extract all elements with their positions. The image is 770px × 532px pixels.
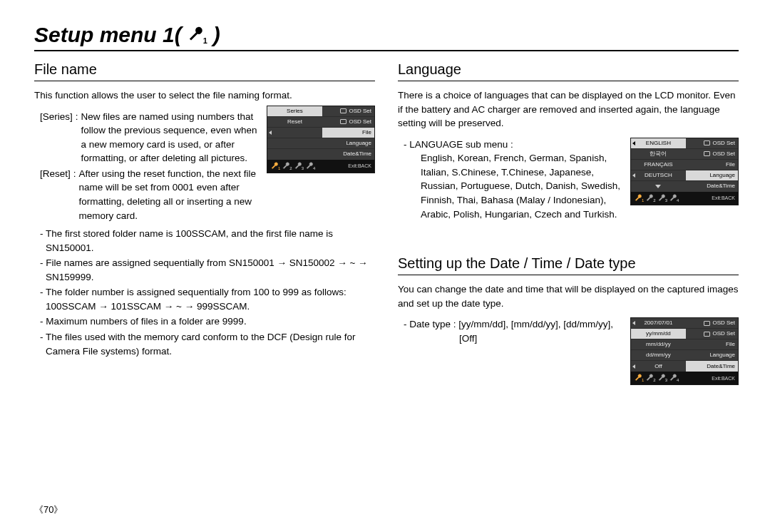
language-intro: There is a choice of languages that can …: [398, 88, 739, 131]
osd-left-item: [267, 128, 322, 138]
osd-right-item: OSD Set: [686, 329, 738, 339]
osd-right-label: Language: [709, 352, 735, 358]
manual-page: Setup menu 1( 1 ) File name This functio…: [0, 0, 770, 532]
osd-right-item: Date&Time: [686, 181, 738, 192]
title-text-suffix: ): [213, 23, 220, 47]
wrench-icon: 1: [270, 162, 280, 170]
wrench-icon: 1: [634, 194, 644, 203]
def-reset: [Reset] : After using the reset function…: [40, 167, 258, 222]
playback-icon: [703, 331, 710, 337]
wrench-icon: 1: [186, 26, 209, 44]
osd-right-label: File: [726, 162, 735, 168]
wrench-icon: 3: [294, 162, 304, 170]
camera-icon: [339, 108, 346, 114]
osd-exit-label: Exit:BACK: [712, 195, 735, 200]
osd-right-label: OSD Set: [712, 151, 735, 157]
osd-screen: ENGLISH한국어FRANÇAISDEUTSCH OSD SetOSD Set…: [630, 138, 739, 205]
osd-exit-label: Exit:BACK: [348, 163, 371, 168]
osd-left-item: dd/mm/yy: [631, 350, 686, 361]
osd-left-item: FRANÇAIS: [631, 160, 686, 170]
osd-left-item: 2007/07/01: [631, 318, 686, 329]
osd-right-label: Date&Time: [707, 183, 735, 189]
osd-language: ENGLISH한국어FRANÇAISDEUTSCH OSD SetOSD Set…: [630, 138, 739, 205]
osd-right-label: Language: [346, 140, 371, 146]
osd-right-item: File: [686, 339, 738, 350]
def-label: [Reset]: [40, 167, 71, 222]
playback-icon: [703, 151, 710, 157]
right-column: Language There is a choice of languages …: [398, 61, 739, 391]
osd-left-item: ENGLISH: [631, 138, 686, 149]
wrench-icon: 1: [634, 374, 644, 382]
wrench-icon: 2: [645, 194, 655, 203]
def-body: New files are named using numbers that f…: [81, 110, 258, 165]
osd-left-item: mm/dd/yy: [631, 339, 686, 350]
bullet: The first stored folder name is 100SSCAM…: [40, 227, 375, 255]
osd-right-item: Language: [686, 350, 738, 361]
osd-right-item: OSD Set: [322, 106, 374, 117]
wrench-subscript: 1: [203, 36, 207, 45]
osd-left-item: Off: [631, 361, 686, 372]
page-title: Setup menu 1( 1 ): [34, 23, 739, 51]
camera-icon: [703, 140, 710, 146]
osd-right-label: OSD Set: [349, 119, 371, 125]
bullet: The folder number is assigned sequential…: [40, 285, 375, 313]
def-label: [Series]: [40, 110, 73, 165]
left-column: File name This function allows the user …: [34, 61, 375, 391]
bullet: Maximum numbers of files in a folder are…: [40, 314, 375, 329]
osd-left-item: DEUTSCH: [631, 170, 686, 181]
osd-right-item: OSD Set: [686, 149, 738, 160]
osd-right-label: OSD Set: [712, 331, 735, 337]
wrench-icon: 2: [645, 374, 655, 382]
osd-right-label: OSD Set: [712, 140, 735, 146]
content-columns: File name This function allows the user …: [34, 61, 739, 391]
section-heading-date: Setting up the Date / Time / Date type: [398, 255, 739, 275]
title-text-prefix: Setup menu 1(: [34, 23, 182, 47]
date-intro: You can change the date and time that wi…: [398, 282, 739, 310]
page-number: 《70》: [34, 503, 63, 516]
chevron-down-icon: [655, 185, 661, 188]
osd-left-item: [267, 149, 322, 160]
osd-right-item: OSD Set: [686, 318, 738, 329]
wrench-icon: 4: [669, 194, 679, 203]
section-heading-language: Language: [398, 61, 739, 81]
osd-right-item: OSD Set: [322, 117, 374, 128]
filename-bullets: The first stored folder name is 100SSCAM…: [40, 227, 375, 358]
osd-exit-label: Exit:BACK: [712, 376, 735, 381]
osd-screen: 2007/07/01yy/mm/ddmm/dd/yydd/mm/yyOff OS…: [630, 317, 739, 385]
osd-left-item: 한국어: [631, 149, 686, 160]
osd-right-item: Date&Time: [322, 149, 374, 160]
wrench-icon: 3: [657, 194, 667, 203]
osd-right-label: File: [362, 130, 371, 135]
osd-left-item: Series: [267, 106, 322, 117]
wrench-icon: 4: [305, 162, 315, 170]
osd-right-item: Language: [686, 170, 738, 181]
def-body: After using the reset function, the next…: [79, 167, 258, 222]
osd-right-label: Date&Time: [707, 364, 735, 369]
wrench-icon: 2: [282, 162, 292, 170]
camera-icon: [703, 320, 710, 326]
osd-left-item: [267, 138, 322, 149]
osd-left-item: Reset: [267, 117, 322, 128]
osd-right-label: Date&Time: [343, 151, 371, 157]
osd-left-item: yy/mm/dd: [631, 329, 686, 339]
playback-icon: [339, 119, 346, 125]
osd-right-label: File: [726, 342, 735, 347]
osd-right-item: Language: [322, 138, 374, 149]
osd-right-item: Date&Time: [686, 361, 738, 372]
bullet: The files used with the memory card conf…: [40, 330, 375, 358]
osd-right-label: OSD Set: [712, 320, 735, 326]
wrench-icon: 4: [669, 374, 679, 382]
osd-right-item: File: [686, 160, 738, 170]
osd-screen: SeriesReset OSD SetOSD SetFileLanguageDa…: [267, 106, 375, 173]
osd-right-item: File: [322, 128, 374, 138]
bullet: File names are assigned sequentially fro…: [40, 256, 375, 284]
osd-date: 2007/07/01yy/mm/ddmm/dd/yydd/mm/yyOff OS…: [630, 317, 739, 385]
osd-right-label: OSD Set: [349, 108, 371, 114]
osd-left-item: [631, 181, 686, 192]
osd-filename: SeriesReset OSD SetOSD SetFileLanguageDa…: [267, 106, 375, 173]
wrench-icon: 3: [657, 374, 667, 382]
filename-intro: This function allows the user to select …: [34, 88, 375, 103]
def-series: [Series] : New files are named using num…: [40, 110, 258, 165]
osd-right-item: OSD Set: [686, 138, 738, 149]
osd-right-label: Language: [709, 173, 735, 178]
